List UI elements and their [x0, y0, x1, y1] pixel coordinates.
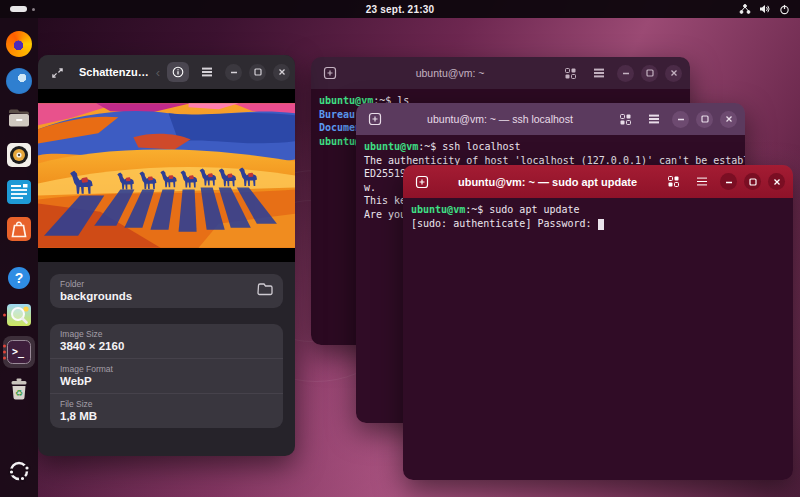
dock-item-files[interactable] [3, 102, 35, 134]
info-toggle-button[interactable] [167, 62, 189, 82]
menu-icon[interactable] [643, 109, 665, 129]
tab-overview-icon[interactable] [662, 172, 684, 192]
dock-item-firefox[interactable] [3, 28, 35, 60]
menu-icon[interactable] [588, 63, 610, 83]
fullscreen-icon[interactable] [46, 62, 68, 82]
help-icon: ? [6, 265, 32, 291]
dock-item-thunderbird[interactable] [3, 65, 35, 97]
maximize-button[interactable] [744, 173, 761, 190]
menu-icon[interactable] [691, 172, 713, 192]
tab-overview-icon[interactable] [559, 63, 581, 83]
network-icon [739, 4, 751, 14]
dock: ? >_ ♻ [0, 18, 38, 497]
svg-text:♻: ♻ [15, 388, 23, 398]
svg-text:?: ? [15, 270, 24, 286]
libreoffice-writer-icon [6, 179, 32, 205]
app-center-icon [6, 216, 32, 242]
terminal1-titlebar[interactable]: ubuntu@vm: ~ [311, 57, 690, 89]
terminal3-content[interactable]: ubuntu@vm:~$ sudo apt update[sudo: authe… [403, 198, 793, 480]
rhythmbox-icon [6, 142, 32, 168]
thunderbird-icon [6, 68, 32, 94]
folder-value: backgrounds [60, 290, 257, 302]
firefox-icon [6, 31, 32, 57]
ubuntu-logo-icon [6, 458, 32, 484]
image-viewer-window: Schattenzu… ‹ [38, 55, 295, 456]
terminal-icon: >_ [6, 339, 32, 365]
chevron-left-icon: ‹ [156, 66, 160, 79]
system-status-area[interactable] [739, 4, 800, 15]
terminal3-titlebar[interactable]: ubuntu@vm: ~ — sudo apt update [403, 165, 793, 198]
terminal2-titlebar[interactable]: ubuntu@vm: ~ — ssh localhost [356, 103, 745, 135]
power-icon [779, 4, 790, 15]
camel-caravan-image [38, 103, 295, 248]
minimize-button[interactable] [672, 111, 689, 128]
dock-item-rhythmbox[interactable] [3, 139, 35, 171]
minimize-button[interactable] [720, 173, 737, 190]
filesize-value: 1,8 MB [60, 410, 273, 422]
svg-text:>_: >_ [12, 346, 25, 358]
format-label: Image Format [60, 364, 273, 374]
close-button[interactable] [665, 65, 682, 82]
dock-item-terminal[interactable]: >_ [3, 336, 35, 368]
window-title: Schattenzu… [79, 66, 149, 78]
format-value: WebP [60, 375, 273, 387]
window-title: ubuntu@vm: ~ — sudo apt update [440, 176, 655, 188]
open-folder-icon[interactable] [257, 282, 273, 300]
dock-item-ubuntu-logo[interactable] [3, 455, 35, 487]
close-button[interactable] [273, 64, 290, 81]
close-button[interactable] [720, 111, 737, 128]
tab-overview-icon[interactable] [614, 109, 636, 129]
minimize-button[interactable] [617, 65, 634, 82]
maximize-button[interactable] [696, 111, 713, 128]
dock-item-app-center[interactable] [3, 213, 35, 245]
minimize-button[interactable] [225, 64, 242, 81]
size-label: Image Size [60, 329, 273, 339]
new-tab-button[interactable] [411, 172, 433, 192]
volume-icon [759, 4, 771, 14]
viewer-titlebar[interactable]: Schattenzu… ‹ [38, 55, 295, 89]
desktop: 23 sept. 21:30 ? > [0, 0, 800, 497]
clock[interactable]: 23 sept. 21:30 [0, 4, 800, 15]
image-info-card: Image Size 3840 × 2160 Image Format WebP… [50, 324, 283, 428]
menu-icon[interactable] [196, 62, 218, 82]
dock-item-help[interactable]: ? [3, 262, 35, 294]
dock-item-libreoffice-writer[interactable] [3, 176, 35, 208]
image-viewer-icon [6, 302, 32, 328]
terminal-window-3: ubuntu@vm: ~ — sudo apt update ubuntu@vm… [403, 165, 793, 480]
trash-icon: ♻ [6, 376, 32, 402]
folder-card: Folder backgrounds [50, 274, 283, 308]
window-title: ubuntu@vm: ~ — ssh localhost [393, 113, 607, 125]
new-tab-button[interactable] [319, 63, 341, 83]
maximize-button[interactable] [641, 65, 658, 82]
new-tab-button[interactable] [364, 109, 386, 129]
files-folder-icon [6, 105, 32, 131]
size-value: 3840 × 2160 [60, 340, 273, 352]
dock-item-trash[interactable]: ♻ [3, 373, 35, 405]
maximize-button[interactable] [249, 64, 266, 81]
image-canvas [38, 89, 295, 262]
folder-label: Folder [60, 279, 257, 289]
window-title: ubuntu@vm: ~ [348, 67, 552, 79]
dock-item-image-viewer[interactable] [3, 299, 35, 331]
image-properties-panel: Folder backgrounds Image Size 3840 × 216… [38, 262, 295, 428]
top-bar: 23 sept. 21:30 [0, 0, 800, 18]
filesize-label: File Size [60, 399, 273, 409]
close-button[interactable] [768, 173, 785, 190]
